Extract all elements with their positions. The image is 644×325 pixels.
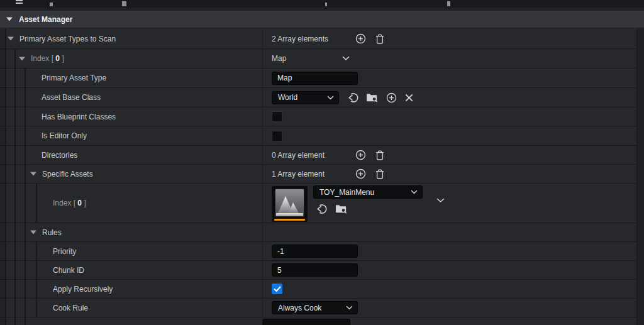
titlebar-text-fragment <box>50 3 53 6</box>
array-count: 0 Array element <box>272 151 355 160</box>
element-type-value: Map <box>272 54 342 63</box>
chevron-down-icon <box>411 190 418 194</box>
property-label: Is Editor Only <box>42 131 87 140</box>
property-label: Priority <box>53 247 76 256</box>
row-primary-asset-type: Primary Asset Type <box>0 69 636 88</box>
specific-asset-dropdown[interactable]: TOY_MainMenu <box>313 185 423 199</box>
add-element-button[interactable] <box>355 168 366 179</box>
property-label: Directories <box>42 151 77 160</box>
property-label: Chunk ID <box>53 266 84 275</box>
row-has-blueprint-classes: Has Blueprint Classes <box>0 107 636 126</box>
clear-button[interactable] <box>405 94 413 102</box>
triangle-down-icon[interactable] <box>30 172 36 176</box>
delete-elements-button[interactable] <box>375 169 384 179</box>
titlebar-text-fragment <box>325 3 327 6</box>
add-element-button[interactable] <box>355 33 366 44</box>
index-label: Index [ 0 ] <box>53 199 86 207</box>
use-selected-asset-button[interactable] <box>347 92 359 104</box>
apply-recursively-checkbox[interactable] <box>272 284 282 294</box>
array-count: 1 Array element <box>272 170 355 179</box>
titlebar-menu-icon <box>16 0 23 5</box>
property-label: Has Blueprint Classes <box>42 113 116 121</box>
array-count: 2 Array elements <box>272 35 355 43</box>
row-apply-recursively: Apply Recursively <box>0 280 636 299</box>
use-selected-asset-button[interactable] <box>316 203 328 215</box>
row-specific-asset-index-0: Index [ 0 ] <box>0 184 636 223</box>
category-title: Asset Manager <box>19 15 72 24</box>
property-label: Rules <box>42 228 62 237</box>
titlebar-text-fragment <box>122 1 126 6</box>
chevron-down-icon <box>327 96 334 100</box>
property-label: Apply Recursively <box>53 285 113 294</box>
property-label: Primary Asset Types to Scan <box>19 35 116 43</box>
delete-elements-button[interactable] <box>375 150 384 160</box>
asset-thumbnail[interactable] <box>272 186 308 222</box>
add-button[interactable] <box>386 92 397 103</box>
row-specific-assets: Specific Assets 1 Array element <box>0 165 636 184</box>
cook-rule-dropdown[interactable]: Always Cook <box>272 301 358 314</box>
titlebar-text-fragment <box>447 1 450 6</box>
browse-to-asset-button[interactable] <box>366 92 378 103</box>
asset-type-color-bar <box>274 219 305 221</box>
row-asset-base-class: Asset Base Class World <box>0 88 636 107</box>
chunk-id-input[interactable] <box>272 263 358 277</box>
index-label: Index [ 0 ] <box>31 54 64 63</box>
asset-base-class-dropdown[interactable]: World <box>272 91 339 104</box>
row-primary-asset-types: Primary Asset Types to Scan 2 Array elem… <box>0 29 636 49</box>
chevron-down-icon <box>346 306 353 310</box>
dropdown-value: Always Cook <box>278 304 321 312</box>
chevron-down-icon[interactable] <box>342 56 350 61</box>
property-label: Cook Rule <box>53 304 88 312</box>
priority-input[interactable] <box>272 245 358 258</box>
map-asset-image <box>275 189 304 217</box>
dropdown-value: TOY_MainMenu <box>319 188 374 197</box>
primary-asset-type-input[interactable] <box>272 72 358 85</box>
chevron-down-icon[interactable] <box>436 198 445 203</box>
row-cook-rule: Cook Rule Always Cook <box>0 299 636 317</box>
browse-to-asset-button[interactable] <box>335 204 347 214</box>
row-array-index-0: Index [ 0 ] Map <box>0 49 636 69</box>
dropdown-value: World <box>278 93 297 102</box>
clipped-next-field <box>263 319 350 325</box>
triangle-down-icon[interactable] <box>8 36 14 41</box>
triangle-down-icon[interactable] <box>30 230 36 234</box>
triangle-down-icon[interactable] <box>6 17 13 21</box>
row-is-editor-only: Is Editor Only <box>0 126 636 146</box>
add-element-button[interactable] <box>355 150 366 160</box>
property-label: Specific Assets <box>42 170 93 179</box>
property-label: Primary Asset Type <box>42 74 106 82</box>
row-chunk-id: Chunk ID <box>0 261 636 280</box>
delete-elements-button[interactable] <box>375 34 384 44</box>
row-directories: Directories 0 Array element <box>0 146 636 165</box>
row-priority: Priority <box>0 242 636 261</box>
row-clipped-next <box>0 317 636 325</box>
has-blueprint-classes-checkbox[interactable] <box>272 111 282 122</box>
row-rules: Rules <box>0 223 636 242</box>
triangle-down-icon[interactable] <box>19 57 25 61</box>
clipped-titlebar <box>0 0 644 8</box>
category-header-asset-manager[interactable]: Asset Manager <box>0 11 644 28</box>
is-editor-only-checkbox[interactable] <box>272 131 282 141</box>
scrollbar-gutter[interactable] <box>636 29 644 325</box>
property-label: Asset Base Class <box>42 93 101 102</box>
